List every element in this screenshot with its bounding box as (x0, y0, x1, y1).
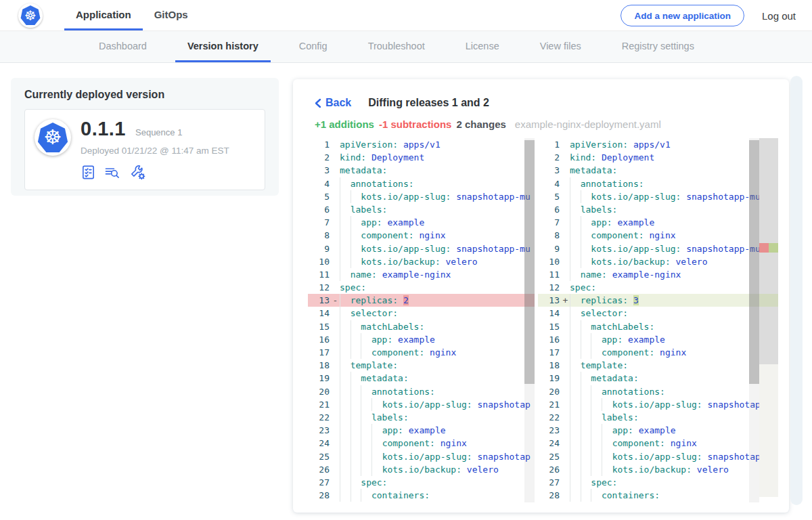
diff-line: 14selector: (308, 307, 535, 320)
main-content: Currently deployed version ☸ 0.1.1 Seque… (0, 63, 812, 519)
diff-line: 24component: nginx (308, 437, 535, 450)
diff-line: 19metadata: (538, 372, 778, 385)
version-number: 0.1.1 (81, 118, 126, 140)
additions-count: +1 additions (315, 118, 374, 130)
diff-line: 13+replicas: 3 (538, 294, 778, 307)
subnav-tab-version-history[interactable]: Version history (175, 31, 271, 62)
diff-line: 23app: example (538, 424, 778, 437)
app-kubernetes-logo-icon: ☸ (35, 119, 71, 156)
diff-line: 5kots.io/app-slug: snapshotapp-mu (538, 190, 778, 203)
tab-gitops[interactable]: GitOps (143, 0, 200, 30)
release-notes-icon[interactable] (104, 165, 122, 180)
diff-overview-ruler[interactable] (759, 138, 778, 502)
tab-application[interactable]: Application (64, 0, 143, 30)
diff-line: 7app: example (308, 216, 535, 229)
changes-count: 2 changes (456, 118, 505, 130)
deployed-version-item: ☸ 0.1.1 Sequence 1 Deployed 01/21/22 @ 1… (24, 109, 265, 190)
diff-line: 16app: example (538, 333, 778, 346)
config-tools-icon[interactable] (129, 164, 146, 181)
diff-line: 6labels: (538, 203, 778, 216)
diff-line: 11name: example-nginx (538, 268, 778, 281)
diff-line: 13-replicas: 2 (308, 294, 535, 307)
diff-line: 18template: (538, 359, 778, 372)
old-pane-scrollbar-thumb[interactable] (524, 140, 535, 384)
diff-line: 12spec: (308, 281, 535, 294)
diff-line: 15matchLabels: (308, 320, 535, 333)
diff-line: 11name: example-nginx (308, 268, 535, 281)
diff-line: 23app: example (308, 424, 535, 437)
diff-line: 12spec: (538, 281, 778, 294)
diff-line: 16app: example (308, 333, 535, 346)
top-nav: ☸ Application GitOps Add a new applicati… (0, 0, 812, 31)
diff-line: 26kots.io/backup: velero (308, 463, 535, 476)
diff-line: 3metadata: (308, 164, 535, 177)
subnav-tab-troubleshoot[interactable]: Troubleshoot (356, 31, 437, 62)
sequence-label: Sequence 1 (135, 127, 182, 137)
diff-line: 20annotations: (538, 385, 778, 398)
diff-pane-old[interactable]: 1apiVersion: apps/v12kind: Deployment3me… (308, 138, 535, 502)
back-link[interactable]: Back (315, 97, 351, 109)
topnav-tabs: Application GitOps (64, 0, 200, 30)
new-pane-scrollbar-thumb[interactable] (749, 140, 759, 384)
deployed-timestamp: Deployed 01/21/22 @ 11:47 am EST (81, 146, 229, 156)
diff-title: Diffing releases 1 and 2 (368, 97, 489, 109)
diff-line: 2kind: Deployment (308, 151, 535, 164)
diff-line: 9kots.io/app-slug: snapshotapp-mu (308, 242, 535, 255)
diff-line: 28containers: (308, 489, 535, 502)
diff-line: 10kots.io/backup: velero (538, 255, 778, 268)
overview-added-mark (769, 243, 778, 253)
diff-line: 25kots.io/app-slug: snapshotap (308, 450, 535, 463)
diff-stats: +1 additions -1 subtractions 2 changes e… (315, 118, 789, 130)
subnav-tab-registry-settings[interactable]: Registry settings (610, 31, 706, 62)
subnav-tab-config[interactable]: Config (287, 31, 340, 62)
logout-link[interactable]: Log out (762, 10, 796, 22)
diff-line: 21kots.io/app-slug: snapshotap (538, 398, 778, 411)
diff-line: 27spec: (538, 476, 778, 489)
diff-line: 14selector: (538, 307, 778, 320)
diff-line: 1apiVersion: apps/v1 (308, 138, 535, 151)
diff-line: 8component: nginx (538, 229, 778, 242)
subtractions-count: -1 subtractions (379, 118, 452, 130)
new-pane-scrollbar[interactable] (749, 138, 759, 502)
diff-line: 17component: nginx (538, 346, 778, 359)
kubernetes-logo-icon: ☸ (18, 3, 43, 28)
diff-filename: example-nginx-deployment.yaml (515, 118, 661, 130)
checklist-icon[interactable] (81, 165, 96, 180)
diff-line: 4annotations: (308, 177, 535, 190)
diff-line: 22labels: (538, 411, 778, 424)
diff-line: 24component: nginx (538, 437, 778, 450)
diff-line: 2kind: Deployment (538, 151, 778, 164)
subnav-tab-dashboard[interactable]: Dashboard (87, 31, 159, 62)
add-application-button[interactable]: Add a new application (621, 5, 744, 26)
page-scrollbar[interactable] (790, 76, 803, 505)
diff-line: 27spec: (308, 476, 535, 489)
diff-panel: Back Diffing releases 1 and 2 +1 additio… (293, 79, 789, 513)
diff-line: 25kots.io/app-slug: snapshotap (538, 450, 778, 463)
diff-line: 1apiVersion: apps/v1 (538, 138, 778, 151)
diff-line: 20annotations: (308, 385, 535, 398)
diff-line: 15matchLabels: (538, 320, 778, 333)
chevron-left-icon (315, 98, 321, 108)
diff-line: 21kots.io/app-slug: snapshotap (308, 398, 535, 411)
diff-line: 17component: nginx (308, 346, 535, 359)
diff-line: 19metadata: (308, 372, 535, 385)
old-pane-scrollbar[interactable] (524, 138, 535, 502)
diff-line: 10kots.io/backup: velero (308, 255, 535, 268)
diff-pane-new[interactable]: 1apiVersion: apps/v12kind: Deployment3me… (538, 138, 778, 502)
diff-line: 8component: nginx (308, 229, 535, 242)
diff-line: 4annotations: (538, 177, 778, 190)
subnav-tab-view-files[interactable]: View files (528, 31, 593, 62)
diff-line: 3metadata: (538, 164, 778, 177)
deployed-card-title: Currently deployed version (24, 89, 265, 101)
app-sub-nav: Dashboard Version history Config Trouble… (0, 31, 812, 63)
diff-line: 6labels: (308, 203, 535, 216)
diff-line: 26kots.io/backup: velero (538, 463, 778, 476)
diff-line: 22labels: (308, 411, 535, 424)
diff-line: 28containers: (538, 489, 778, 502)
subnav-tab-license[interactable]: License (453, 31, 512, 62)
currently-deployed-card: Currently deployed version ☸ 0.1.1 Seque… (11, 78, 279, 196)
diff-line: 5kots.io/app-slug: snapshotapp-mu (308, 190, 535, 203)
overview-removed-mark (759, 243, 769, 253)
diff-line: 18template: (308, 359, 535, 372)
diff-line: 9kots.io/app-slug: snapshotapp-mu (538, 242, 778, 255)
